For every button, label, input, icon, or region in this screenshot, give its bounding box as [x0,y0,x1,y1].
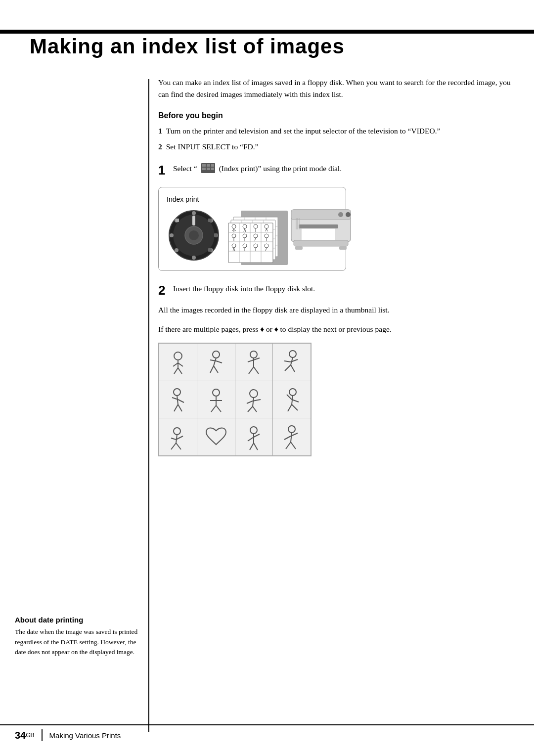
thumb-cell-1-3 [235,344,273,381]
main-step-2-text: Insert the floppy disk into the floppy d… [173,284,315,293]
before-step-1-number: 1 [158,127,162,135]
step1-text-after: (Index print)” using the print mode dial… [219,164,342,173]
index-print-box: Index print [158,187,346,271]
thumb-figure-3-2 [201,422,231,452]
index-sheets-illustration: 👤 🏃 🤸 🏄 [226,208,290,263]
main-step-2-content: Insert the floppy disk into the floppy d… [173,283,514,295]
body-text-2: If there are multiple pages, press ♦ or … [158,323,514,336]
vertical-divider [148,79,149,732]
main-step-1-content: Select “ (Index print)” using the print … [173,163,514,176]
footer-page-number: 34 [15,730,26,741]
thumb-figure-2-1 [163,385,193,414]
svg-rect-6 [211,168,214,170]
svg-rect-21 [208,219,212,222]
before-step-1-text: Turn on the printer and television and s… [166,127,441,135]
before-step-2-number: 2 [158,142,162,151]
svg-rect-81 [299,224,338,228]
svg-point-14 [175,248,178,252]
thumb-cell-2-2 [197,381,235,418]
svg-point-9 [192,211,196,215]
svg-rect-82 [301,228,336,241]
footer-divider [42,729,43,741]
svg-rect-90 [339,246,347,250]
thumb-figure-1-4 [277,347,307,377]
index-print-icon-svg [201,163,216,174]
svg-point-18 [189,230,199,240]
footer-section-label: Making Various Prints [49,731,121,740]
footer-superscript: GB [26,732,34,739]
index-print-content: 👤 🏃 🤸 🏄 [167,208,338,263]
thumb-figure-1-1 [163,347,193,377]
before-you-begin-block: Before you begin 1 Turn on the printer a… [158,111,514,153]
main-step-2: 2 Insert the floppy disk into the floppy… [158,283,514,298]
svg-point-84 [346,212,351,217]
svg-rect-152 [201,422,231,452]
thumbnail-grid-wrapper [158,343,514,456]
svg-rect-145 [163,422,193,452]
svg-rect-88 [294,240,348,246]
thumb-cell-2-4 [273,381,311,418]
svg-rect-20 [176,219,179,222]
before-step-2-text: Set INPUT SELECT to “FD.” [166,142,259,151]
thumbnail-grid [158,343,312,456]
svg-rect-3 [211,164,214,167]
thumb-cell-2-1 [159,381,197,418]
svg-point-15 [170,233,174,237]
svg-point-83 [338,212,343,217]
thumb-cell-1-2 [197,344,235,381]
svg-rect-5 [207,168,210,170]
thumb-cell-3-4 [273,418,311,455]
footer: 34 GB Making Various Prints [0,724,534,741]
index-print-inline-icon [201,163,216,176]
printer-illustration [286,197,356,254]
dial-svg [167,208,221,263]
page-container: Making an index list of images About dat… [0,0,534,756]
main-step-1: 1 Select “ (Index print)” using the p [158,163,514,178]
thumb-figure-2-3 [239,385,268,414]
thumb-figure-1-2 [201,347,231,377]
svg-rect-1 [202,164,206,167]
page-title: Making an index list of images [30,35,345,58]
svg-rect-4 [202,168,206,170]
printer-svg [286,197,356,252]
svg-rect-89 [295,246,303,250]
thumb-cell-1-1 [159,344,197,381]
thumb-figure-3-4 [277,422,307,452]
about-date-title: About date printing [15,616,138,624]
thumb-figure-1-3 [239,347,268,377]
main-step-1-number: 1 [158,163,168,178]
thumb-figure-2-4 [277,385,307,414]
right-column: You can make an index list of images sav… [158,77,514,456]
thumb-cell-2-3 [235,381,273,418]
thumb-figure-3-3 [239,422,268,452]
thumb-cell-3-3 [235,418,273,455]
before-step-2: 2 Set INPUT SELECT to “FD.” [158,141,514,153]
thumb-cell-1-4 [273,344,311,381]
svg-point-13 [192,256,196,260]
thumb-cell-3-1 [159,418,197,455]
dial-illustration [167,208,221,263]
svg-rect-19 [192,216,195,225]
before-you-begin-title: Before you begin [158,111,514,120]
body-text-1: All the images recorded in the floppy di… [158,304,514,316]
top-bar [0,30,534,34]
before-step-1: 1 Turn on the printer and television and… [158,125,514,137]
main-step-2-number: 2 [158,283,168,298]
svg-rect-23 [208,248,212,252]
index-sheets-svg: 👤 🏃 🤸 🏄 [226,208,290,267]
step1-text-before: Select “ [173,164,197,173]
intro-text: You can make an index list of images sav… [158,77,514,100]
svg-rect-22 [214,233,218,237]
thumb-cell-3-2 [197,418,235,455]
thumb-figure-2-2 [201,385,231,414]
thumb-figure-3-1 [163,422,193,452]
about-date-text: The date when the image was saved is pri… [15,627,138,657]
about-date-section: About date printing The date when the im… [15,616,138,657]
svg-rect-2 [207,164,210,167]
